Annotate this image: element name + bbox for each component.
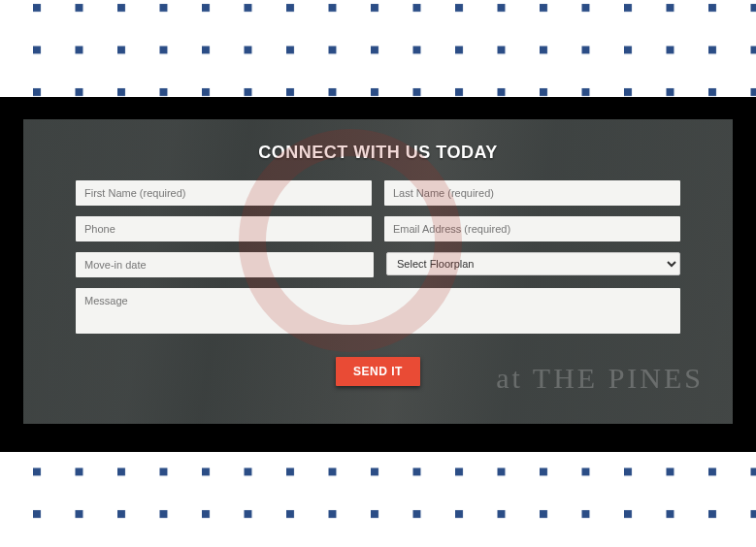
phone-input[interactable] bbox=[76, 216, 372, 241]
send-button[interactable]: SEND IT bbox=[336, 357, 420, 386]
floorplan-select[interactable]: Select Floorplan bbox=[386, 252, 680, 275]
email-input[interactable] bbox=[384, 216, 680, 241]
message-textarea[interactable] bbox=[76, 288, 680, 334]
form-heading: CONNECT WITH US TODAY bbox=[76, 143, 680, 163]
contact-card: at THE PINES CONNECT WITH US TODAY Selec… bbox=[23, 119, 733, 424]
first-name-input[interactable] bbox=[76, 180, 372, 206]
last-name-input[interactable] bbox=[384, 180, 680, 206]
movein-date-input[interactable] bbox=[76, 252, 374, 277]
